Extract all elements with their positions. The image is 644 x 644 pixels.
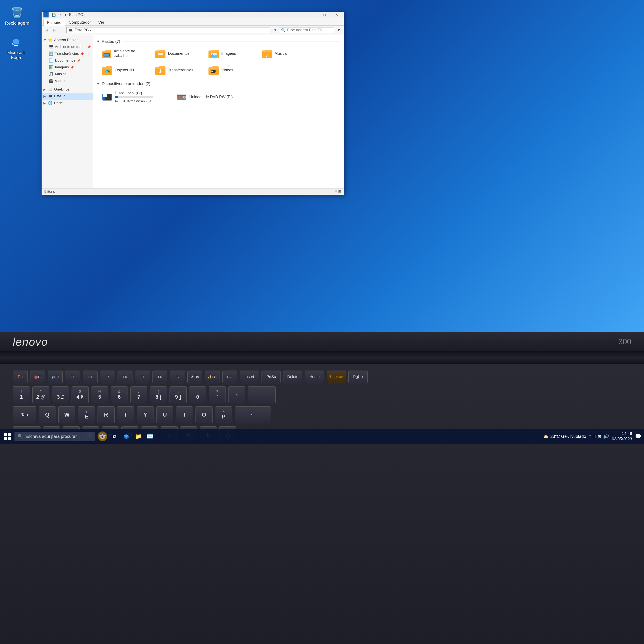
address-path[interactable]: 💻 Este PC › (66, 27, 270, 33)
key-5[interactable]: % 5 (91, 386, 108, 403)
key-y[interactable]: Y (137, 406, 154, 423)
taskbar-search[interactable]: 🔍 Escreva aqui para procurar (14, 432, 95, 441)
tray-screen[interactable]: □ (593, 434, 596, 439)
key-p[interactable]: + P (215, 406, 232, 423)
up-button[interactable]: ↑ (59, 27, 65, 33)
key-2[interactable]: " 2 @ (32, 386, 49, 403)
sidebar-item-este-pc[interactable]: ▶ 💻 Este PC (42, 93, 93, 100)
koala-icon[interactable]: 🐨 (98, 431, 107, 441)
tab-computador[interactable]: Computador (65, 19, 95, 25)
key-prtsc[interactable]: PrtSc (262, 371, 281, 383)
folder-documents[interactable]: Documentos (153, 47, 202, 60)
key-home[interactable]: Home (305, 371, 324, 383)
key-f4[interactable]: F4 (83, 371, 98, 383)
tray-volume[interactable]: 🔊 (603, 434, 609, 439)
maximize-button[interactable]: □ (319, 11, 330, 19)
sidebar-item-desktop[interactable]: 🖥️ Ambiente de trab... 📌 (42, 43, 93, 50)
search-box[interactable]: 🔍 Procurar em Este PC (279, 27, 334, 33)
mail-taskbar-btn[interactable]: ✉️ (145, 431, 155, 441)
key-fn[interactable]: Fn (13, 371, 28, 383)
key-f1[interactable]: 🔇F1 (30, 371, 45, 383)
key-f12[interactable]: F12 (222, 371, 237, 383)
close-button[interactable]: ✕ (331, 11, 342, 19)
key-f10[interactable]: ☀F10 (187, 371, 202, 383)
key-tab[interactable]: Tab (13, 406, 36, 423)
key-o[interactable]: O (195, 406, 213, 423)
sidebar-item-music[interactable]: 🎵 Música (42, 71, 93, 78)
key-w[interactable]: W (58, 406, 75, 423)
key-f7[interactable]: F7 (135, 371, 150, 383)
key-0[interactable]: = 0 (189, 386, 206, 403)
grid-view-btn[interactable]: ⊞ (338, 189, 341, 194)
tray-network[interactable]: ⊕ (598, 434, 601, 439)
key-1[interactable]: ! 1 (13, 386, 30, 403)
key-t[interactable]: T (117, 406, 134, 423)
key-4[interactable]: $ 4 § (72, 386, 89, 403)
drive-e[interactable]: DVD Unidade de DVD RW (E:) (174, 89, 244, 105)
key-pgup[interactable]: PgUp (348, 371, 368, 383)
drive-c[interactable]: Disco Local (C:) 428 GB livres de 465 GB (100, 89, 170, 105)
key-f11[interactable]: ✨F11 (205, 371, 220, 383)
notification-btn[interactable]: 💬 (635, 433, 641, 439)
sidebar-item-pictures[interactable]: 🖼️ Imagens 📌 (42, 64, 93, 71)
devices-section-header[interactable]: ▼ Dispositivos e unidades (2) (96, 81, 340, 86)
folder-documents-icon (155, 49, 166, 58)
refresh-button[interactable]: ↻ (271, 27, 278, 33)
key-i[interactable]: I (176, 406, 193, 423)
key-f3[interactable]: F3 (65, 371, 80, 383)
key-chevron[interactable]: » (228, 386, 245, 403)
key-enter[interactable]: ← (235, 406, 271, 423)
key-3[interactable]: # 3 £ (52, 386, 69, 403)
key-backspace[interactable]: ← (248, 386, 276, 403)
taskbar-clock[interactable]: 14:49 03/05/2023 (612, 431, 632, 441)
back-button[interactable]: ◀ (43, 27, 50, 33)
sidebar-item-videos[interactable]: 🎬 Vídeos (42, 78, 93, 84)
task-view-btn[interactable]: ⧉ (109, 431, 119, 441)
key-7[interactable]: / 7 (130, 386, 147, 403)
explorer-taskbar-btn[interactable]: 📁 (133, 431, 143, 441)
search-options-button[interactable]: ▼ (336, 27, 342, 33)
key-f9[interactable]: F9 (170, 371, 185, 383)
tab-ficheiro[interactable]: Ficheiro (43, 19, 65, 26)
key-8[interactable]: ( 8 [ (150, 386, 167, 403)
key-9[interactable]: ) 9 ] (170, 386, 187, 403)
folders-section-header[interactable]: ▼ Pastas (7) (96, 39, 340, 44)
folder-videos[interactable]: Vídeos (206, 64, 255, 76)
key-delete[interactable]: Delete (283, 371, 302, 383)
edge-taskbar-btn[interactable] (121, 431, 131, 441)
folder-pictures[interactable]: Imagens (206, 47, 255, 60)
key-u[interactable]: U (156, 406, 173, 423)
key-q[interactable]: Q (39, 406, 56, 423)
sidebar-item-downloads[interactable]: ⬇️ Transferências 📌 (42, 50, 93, 57)
folder-music[interactable]: ♪ Música (259, 47, 308, 60)
minimize-button[interactable]: ─ (307, 11, 318, 19)
key-f6[interactable]: F6 (118, 371, 132, 383)
folder-objects3d[interactable]: Objetos 3D (100, 64, 149, 76)
sidebar-item-onedrive[interactable]: ▶ ☁️ OneDrive (42, 86, 93, 93)
key-insert[interactable]: Insert (240, 371, 259, 383)
sidebar-quick-access[interactable]: ▼ ⭐ Acesso Rápido (42, 37, 93, 43)
key-6[interactable]: & 6 (111, 386, 128, 403)
undo-btn[interactable]: ↩ (57, 12, 62, 17)
sidebar-item-rede[interactable]: ▶ 🌐 Rede (42, 100, 93, 106)
properties-btn[interactable]: ▼ (63, 12, 68, 17)
list-view-btn[interactable]: ≡ (335, 189, 337, 194)
save-btn[interactable]: 💾 (51, 12, 56, 17)
key-f8[interactable]: F8 (152, 371, 167, 383)
tray-chevron[interactable]: ^ (589, 434, 591, 439)
key-f2[interactable]: 🔉F2 (48, 371, 63, 383)
key-r[interactable]: R (98, 406, 115, 423)
sidebar-rede-label: Rede (54, 101, 63, 105)
key-f5[interactable]: F5 (100, 371, 115, 383)
desktop-icon-recycle[interactable]: 🗑️ Reciclagem (4, 4, 30, 28)
key-end-break[interactable]: End Break (327, 371, 346, 383)
sidebar-item-docs[interactable]: 📄 Documentos 📌 (42, 57, 93, 64)
desktop-icon-edge[interactable]: MicrosoftEdge (3, 34, 29, 62)
tab-ver[interactable]: Ver (95, 19, 108, 25)
start-button[interactable] (3, 431, 12, 441)
forward-button[interactable]: ▶ (51, 27, 57, 33)
key-e[interactable]: € E (78, 406, 95, 423)
folder-desktop[interactable]: Ambiente de trabalho (100, 47, 149, 60)
key-quote[interactable]: ? ' (209, 386, 226, 403)
folder-downloads[interactable]: Transferências (153, 64, 202, 76)
